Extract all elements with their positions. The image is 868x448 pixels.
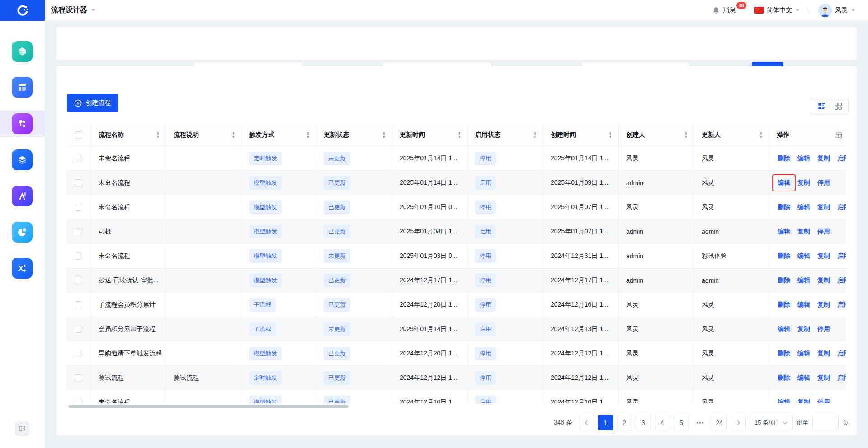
app-logo[interactable] (0, 0, 45, 21)
column-menu-icon[interactable]: ⋮ (154, 131, 162, 139)
select-all-checkbox[interactable] (75, 131, 82, 139)
copy-link[interactable]: 复制 (817, 252, 830, 260)
delete-link[interactable]: 删除 (778, 154, 790, 163)
prev-page-button[interactable] (579, 415, 594, 430)
row-checkbox[interactable] (75, 326, 82, 333)
delete-link[interactable]: 删除 (778, 374, 790, 382)
sidebar-collapse-button[interactable] (15, 421, 29, 436)
enable-link[interactable]: 启用 (837, 301, 846, 309)
delete-link[interactable]: 删除 (778, 276, 790, 285)
copy-link[interactable]: 复制 (797, 325, 810, 333)
sidebar-item-dashboard[interactable] (12, 77, 33, 98)
page-ellipsis[interactable]: ••• (693, 419, 708, 426)
edit-link[interactable]: 编辑 (797, 276, 810, 285)
sidebar-item-cube[interactable] (12, 41, 33, 62)
sidebar-item-workflow[interactable] (12, 113, 33, 134)
enable-link[interactable]: 启用 (837, 154, 846, 163)
column-menu-icon[interactable]: ⋮ (229, 131, 238, 139)
jump-to-page-input[interactable] (812, 415, 839, 430)
enable-link[interactable]: 启用 (837, 276, 846, 285)
delete-link[interactable]: 删除 (778, 252, 790, 260)
page-button-2[interactable]: 2 (617, 415, 632, 430)
copy-link[interactable]: 复制 (797, 228, 810, 236)
list-view-button[interactable] (813, 98, 830, 114)
enable-link[interactable]: 启用 (837, 374, 846, 382)
chevron-down-icon (851, 9, 855, 12)
user-menu[interactable]: 风灵 (818, 4, 855, 17)
edit-link[interactable]: 编辑 (797, 301, 810, 309)
page-button-5[interactable]: 5 (674, 415, 689, 430)
column-menu-icon[interactable]: ⋮ (380, 131, 388, 139)
create-flow-button[interactable]: 创建流程 (67, 94, 118, 112)
delete-link[interactable]: 删除 (778, 301, 790, 309)
messages-button[interactable]: 消息 48 (712, 6, 736, 14)
app-title-switcher[interactable]: 流程设计器 (51, 5, 96, 15)
row-checkbox[interactable] (75, 374, 82, 382)
grid-view-button[interactable] (830, 98, 846, 114)
horizontal-scrollbar-thumb[interactable] (68, 405, 349, 408)
edit-link[interactable]: 编辑 (797, 350, 810, 358)
copy-link[interactable]: 复制 (817, 276, 830, 285)
delete-link[interactable]: 删除 (778, 203, 790, 211)
edit-link[interactable]: 编辑 (778, 228, 790, 236)
edit-link[interactable]: 编辑 (797, 252, 810, 260)
column-menu-icon[interactable]: ⋮ (531, 131, 539, 139)
sidebar-item-letter-a[interactable] (12, 186, 33, 206)
flow-name-cell: 导购邀请下单触发流程 (91, 341, 166, 365)
row-checkbox[interactable] (75, 277, 82, 284)
row-checkbox[interactable] (75, 179, 82, 187)
copy-link[interactable]: 复制 (817, 350, 830, 358)
row-checkbox[interactable] (75, 301, 82, 308)
column-menu-icon[interactable]: ⋮ (455, 131, 464, 139)
disable-link[interactable]: 停用 (817, 325, 830, 333)
create-time-cell: 2025年01月09日 1... (543, 171, 619, 195)
column-menu-icon[interactable]: ⋮ (304, 131, 312, 139)
edit-link[interactable]: 编辑 (773, 175, 795, 191)
next-page-button[interactable] (731, 415, 746, 430)
language-selector[interactable]: 简体中文 (754, 6, 800, 14)
sidebar-item-pie-chart[interactable] (12, 222, 33, 243)
page-size-select[interactable]: 15 条/页 (750, 415, 793, 430)
flow-desc-cell (166, 293, 242, 317)
edit-link[interactable]: 编辑 (797, 154, 810, 163)
column-menu-icon[interactable]: ⋮ (757, 131, 765, 139)
creator-cell: 风灵 (619, 146, 694, 170)
row-checkbox[interactable] (75, 252, 82, 260)
copy-link[interactable]: 复制 (817, 203, 830, 211)
copy-link[interactable]: 复制 (797, 398, 810, 404)
trigger-type-cell: 定时触发 (242, 366, 316, 390)
sidebar-item-shuffle[interactable] (12, 258, 33, 279)
row-checkbox[interactable] (75, 399, 82, 404)
sidebar-item-layers[interactable] (12, 149, 33, 170)
edit-link[interactable]: 编辑 (797, 203, 810, 211)
page-button-last[interactable]: 24 (712, 415, 727, 430)
creator-cell: 风灵 (619, 341, 694, 365)
column-menu-icon[interactable]: ⋮ (606, 131, 615, 139)
workflow-table: 流程名称⋮流程说明⋮触发方式⋮更新状态⋮更新时间⋮启用状态⋮创建时间⋮创建人⋮更… (66, 124, 846, 403)
disable-link[interactable]: 停用 (817, 398, 830, 404)
copy-link[interactable]: 复制 (817, 154, 830, 163)
column-menu-icon[interactable]: ⋮ (682, 131, 690, 139)
edit-link[interactable]: 编辑 (778, 325, 790, 333)
edit-link[interactable]: 编辑 (778, 398, 790, 404)
row-checkbox[interactable] (75, 204, 82, 211)
delete-link[interactable]: 删除 (778, 350, 790, 358)
enable-link[interactable]: 启用 (837, 252, 846, 260)
row-checkbox[interactable] (75, 228, 82, 235)
page-button-1[interactable]: 1 (598, 415, 613, 430)
row-checkbox[interactable] (75, 155, 82, 162)
edit-link[interactable]: 编辑 (797, 374, 810, 382)
disable-link[interactable]: 停用 (817, 228, 830, 236)
row-checkbox-cell (66, 341, 91, 365)
enable-link[interactable]: 启用 (837, 203, 846, 211)
row-checkbox[interactable] (75, 350, 82, 357)
copy-link[interactable]: 复制 (817, 301, 830, 309)
copy-link[interactable]: 复制 (797, 179, 810, 187)
enable-link[interactable]: 启用 (837, 350, 846, 358)
disable-link[interactable]: 停用 (817, 179, 830, 187)
copy-link[interactable]: 复制 (817, 374, 830, 382)
column-settings-icon[interactable] (835, 131, 843, 139)
page-button-3[interactable]: 3 (636, 415, 651, 430)
page-button-4[interactable]: 4 (655, 415, 670, 430)
update-time-cell: 2025年01月14日 1... (392, 171, 468, 195)
